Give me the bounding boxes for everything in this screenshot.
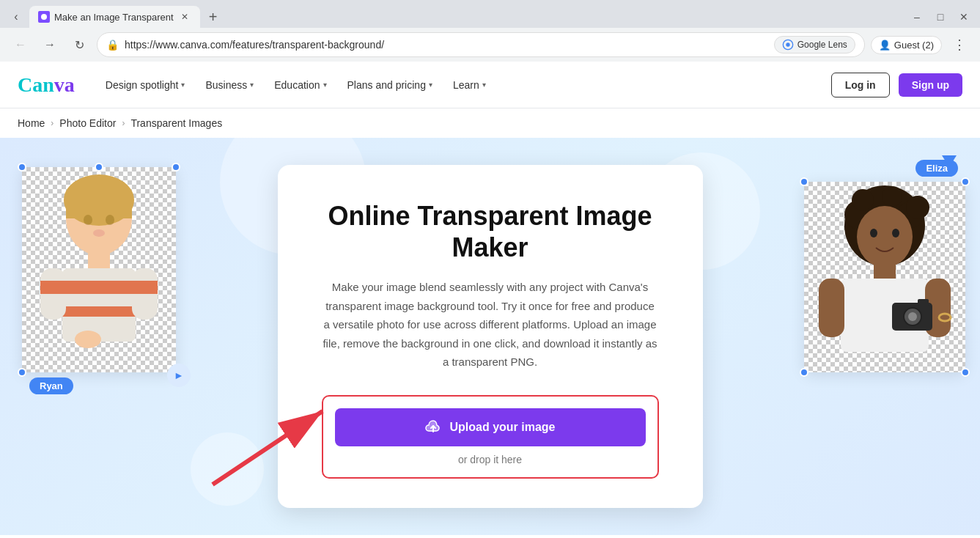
left-name-badge: Ryan <box>29 377 73 394</box>
selection-handle-bl <box>18 368 26 377</box>
address-bar[interactable]: 🔒 Google Lens <box>97 32 865 57</box>
svg-rect-28 <box>874 265 896 281</box>
breadcrumb-transparent-images: Transparent Images <box>130 117 222 129</box>
red-arrow <box>205 397 352 495</box>
chevron-down-icon: ▾ <box>429 81 432 89</box>
maximize-button[interactable]: □ <box>930 7 951 27</box>
svg-rect-35 <box>918 299 929 306</box>
upload-area[interactable]: Upload your image or drop it here <box>322 395 659 479</box>
forward-button[interactable]: → <box>38 33 62 56</box>
back-button[interactable]: ← <box>9 33 32 56</box>
selection-handle-tl <box>18 163 26 172</box>
send-icon: ► <box>167 364 191 387</box>
secure-icon: 🔒 <box>106 39 119 51</box>
nav-label-learn: Learn <box>453 79 479 91</box>
canva-logo[interactable]: Canva <box>18 73 75 97</box>
breadcrumb-sep-2: › <box>122 118 125 128</box>
right-selection-handle-tr <box>961 177 970 186</box>
upload-cloud-icon <box>424 419 442 436</box>
nav-label-design-spotlight: Design spotlight <box>106 79 179 91</box>
svg-point-16 <box>106 215 114 225</box>
profile-icon: 👤 <box>879 40 891 51</box>
nav-label-education: Education <box>274 79 320 91</box>
site-nav: Canva Design spotlight ▾ Business ▾ Educ… <box>0 62 980 108</box>
svg-point-17 <box>93 229 105 237</box>
svg-point-0 <box>41 14 47 20</box>
upload-button[interactable]: Upload your image <box>335 408 646 446</box>
chevron-down-icon: ▾ <box>181 81 185 89</box>
svg-rect-30 <box>819 279 844 337</box>
close-window-button[interactable]: ✕ <box>954 7 974 27</box>
url-input[interactable] <box>125 39 768 51</box>
upload-button-label: Upload your image <box>449 421 555 434</box>
right-card-checker <box>804 182 965 372</box>
nav-item-design-spotlight[interactable]: Design spotlight ▾ <box>98 73 193 97</box>
chevron-down-icon: ▾ <box>482 81 486 89</box>
svg-point-23 <box>882 186 902 207</box>
selection-handle-tm <box>95 163 103 172</box>
chevron-down-icon: ▾ <box>323 81 327 89</box>
tab-title: Make an Image Transparent <box>54 12 174 23</box>
svg-rect-5 <box>66 196 132 218</box>
hero-description: Make your image blend seamlessly with an… <box>322 278 659 372</box>
breadcrumb-home[interactable]: Home <box>18 117 45 129</box>
nav-item-plans-pricing[interactable]: Plans and pricing ▾ <box>340 73 440 97</box>
svg-point-15 <box>84 215 92 225</box>
svg-rect-9 <box>62 306 136 317</box>
breadcrumb-photo-editor[interactable]: Photo Editor <box>59 117 116 129</box>
svg-point-26 <box>870 229 877 237</box>
drop-text: or drop it here <box>335 454 646 465</box>
tab-close-button[interactable]: ✕ <box>178 10 191 23</box>
browser-toolbar: ← → ↻ 🔒 Google Lens 👤 Guest (2) ⋮ <box>0 28 980 62</box>
red-arrow-svg <box>205 397 352 492</box>
google-lens-label: Google Lens <box>797 40 847 50</box>
right-selection-handle-tl <box>800 177 808 186</box>
nav-item-learn[interactable]: Learn ▾ <box>446 73 493 97</box>
browser-chrome: ‹ Make an Image Transparent ✕ + – □ ✕ ← … <box>0 0 980 62</box>
person-illustration-left <box>22 167 176 372</box>
breadcrumb: Home › Photo Editor › Transparent Images <box>0 108 980 138</box>
hero-section: Ryan ► Online Transparent Image Maker Ma… <box>0 138 980 535</box>
left-person-card: Ryan ► <box>22 167 176 372</box>
selection-handle-tr <box>172 163 180 172</box>
active-tab[interactable]: Make an Image Transparent ✕ <box>29 6 200 28</box>
nav-item-education[interactable]: Education ▾ <box>267 73 334 97</box>
browser-menu-button[interactable]: ⋮ <box>948 33 971 56</box>
speech-triangle-icon <box>942 155 957 167</box>
svg-point-34 <box>908 312 917 321</box>
hero-title: Online Transparent Image Maker <box>322 200 659 263</box>
svg-rect-7 <box>62 268 136 342</box>
breadcrumb-sep-1: › <box>51 118 54 128</box>
tab-favicon <box>38 11 50 23</box>
minimize-button[interactable]: – <box>907 7 927 27</box>
signup-button[interactable]: Sign up <box>899 73 962 97</box>
person-illustration-right <box>804 182 965 372</box>
right-selection-handle-bl <box>800 368 808 377</box>
svg-rect-13 <box>132 281 158 294</box>
window-controls: – □ ✕ <box>907 7 974 27</box>
reload-button[interactable]: ↻ <box>67 33 91 56</box>
nav-label-plans-pricing: Plans and pricing <box>347 79 426 91</box>
profile-button[interactable]: 👤 Guest (2) <box>871 36 942 54</box>
google-lens-icon <box>782 39 794 51</box>
left-card-checker <box>22 167 176 372</box>
svg-point-24 <box>906 196 929 219</box>
speech-bubble-icon <box>942 155 957 169</box>
svg-point-22 <box>852 189 874 211</box>
svg-line-39 <box>213 411 323 484</box>
new-tab-button[interactable]: + <box>203 7 224 27</box>
svg-rect-8 <box>62 281 136 294</box>
right-selection-handle-br <box>961 368 970 377</box>
login-button[interactable]: Log in <box>831 73 890 97</box>
tab-list-button[interactable]: ‹ <box>6 7 26 27</box>
svg-point-14 <box>75 331 101 348</box>
page-content: Canva Design spotlight ▾ Business ▾ Educ… <box>0 62 980 535</box>
google-lens-button[interactable]: Google Lens <box>774 36 855 54</box>
svg-point-2 <box>786 43 789 46</box>
nav-item-business[interactable]: Business ▾ <box>198 73 261 97</box>
tab-bar: ‹ Make an Image Transparent ✕ + – □ ✕ <box>0 0 980 28</box>
right-person-card: Eliza <box>804 182 965 372</box>
svg-marker-37 <box>942 155 957 167</box>
nav-actions: Log in Sign up <box>831 73 962 97</box>
chevron-down-icon: ▾ <box>250 81 254 89</box>
